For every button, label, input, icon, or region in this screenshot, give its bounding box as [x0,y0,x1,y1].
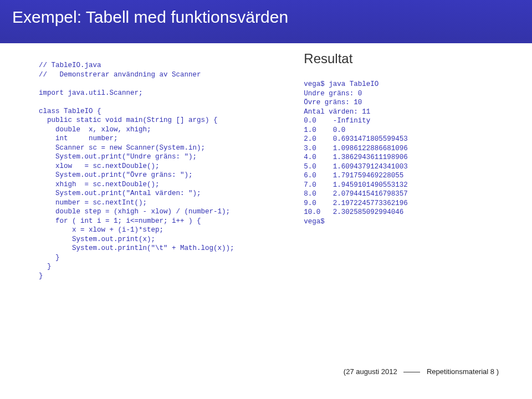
slide-title: Exempel: Tabell med funktionsvärden [12,8,288,26]
result-column: Resultat vega$ java TableIO Undre gräns:… [290,61,510,280]
slide-footer: (27 augusti 2012 Repetitionsmaterial 8 ) [344,367,499,376]
footer-date: (27 augusti 2012 [344,367,397,376]
result-heading: Resultat [304,51,510,66]
terminal-output: vega$ java TableIO Undre gräns: 0 Övre g… [304,80,510,226]
slide-content: // TableIO.java // Demonstrerar användni… [0,43,532,280]
footer-label: Repetitionsmaterial 8 ) [427,367,499,376]
java-code-block: // TableIO.java // Demonstrerar användni… [39,61,290,280]
slide-header: Exempel: Tabell med funktionsvärden [0,0,532,43]
code-column: // TableIO.java // Demonstrerar användni… [39,61,290,280]
footer-separator [403,372,420,373]
